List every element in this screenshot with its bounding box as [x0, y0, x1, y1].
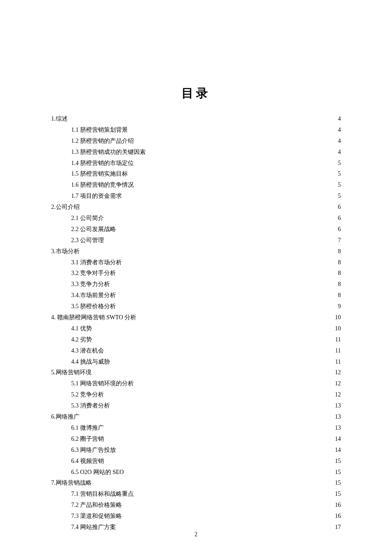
toc-entry[interactable]: 6.2 圈子营销 14 — [51, 434, 341, 445]
toc-entry-page: 16 — [333, 511, 341, 522]
toc-entry[interactable]: 7.3 渠道和促销策略 16 — [51, 511, 341, 522]
toc-entry-label: 6.2 圈子营销 — [71, 434, 104, 445]
toc-entry[interactable]: 5.1 网络营销环境的分析 12 — [51, 378, 341, 389]
toc-entry-page: 12 — [333, 367, 341, 378]
toc-entry-page: 8 — [333, 268, 341, 279]
toc-entry[interactable]: 1.5 脐橙营销实施目标5 — [51, 168, 341, 179]
toc-entry-label: 1.6 脐橙营销的竞争情况 — [71, 179, 134, 191]
toc-entry-page: 8 — [333, 257, 341, 268]
toc-entry-page: 11 — [333, 334, 341, 345]
toc-entry-page: 4 — [333, 113, 341, 124]
toc-entry[interactable]: 4.4 挑战与威胁 11 — [51, 356, 341, 367]
toc-entry[interactable]: 5.网络营销环境12 — [51, 367, 341, 378]
toc-entry-label: 7.网络营销战略 — [51, 477, 92, 489]
toc-entry[interactable]: 7.网络营销战略15 — [51, 477, 341, 489]
toc-entry-page: 15 — [333, 489, 341, 500]
toc-entry[interactable]: 2.3 公司管理7 — [51, 235, 341, 246]
toc-entry[interactable]: 1.1 脐橙营销策划背景4 — [51, 124, 341, 136]
toc-entry-page: 11 — [333, 345, 341, 356]
toc-entry-page: 7 — [333, 235, 341, 246]
toc-entry-label: 4.4 挑战与威胁 — [71, 356, 110, 367]
toc-entry-page: 5 — [333, 179, 341, 191]
toc-entry[interactable]: 3.3 竞争力分析8 — [51, 279, 341, 290]
page-number: 2 — [0, 531, 392, 538]
toc-entry-label: 6.网络推广 — [51, 411, 80, 422]
toc-entry[interactable]: 1.3 脐橙营销成功的关键因素4 — [51, 147, 341, 158]
toc-entry-page: 15 — [333, 477, 341, 489]
toc-entry-label: 1.1 脐橙营销策划背景 — [71, 124, 128, 136]
toc-entry-label: 7.2 产品和价格策略 — [71, 500, 122, 511]
toc-entry-label: 1.综述 — [51, 113, 68, 124]
toc-entry[interactable]: 1.综述4 — [51, 113, 341, 124]
toc-entry-page: 6 — [333, 213, 341, 224]
toc-entry[interactable]: 5.3 消费者分析 13 — [51, 400, 341, 411]
toc-entry-page: 4 — [333, 136, 341, 147]
toc-entry-label: 5.1 网络营销环境的分析 — [71, 378, 134, 389]
toc-entry[interactable]: 3.市场分析8 — [51, 246, 341, 257]
toc-entry[interactable]: 4.3 潜在机会 11 — [51, 345, 341, 356]
toc-entry-label: 2.3 公司管理 — [71, 235, 104, 246]
toc-entry-label: 4.1 优势 — [71, 323, 92, 334]
toc-entry-label: 3.4.市场前景分析 — [71, 290, 116, 301]
table-of-contents: 1.综述41.1 脐橙营销策划背景41.2 脐橙营销的产品介绍41.3 脐橙营销… — [51, 113, 341, 533]
toc-entry-page: 12 — [333, 389, 341, 400]
toc-entry-label: 4.2 劣势 — [71, 334, 92, 345]
toc-entry[interactable]: 3.4.市场前景分析8 — [51, 290, 341, 301]
toc-entry-label: 5.2 竞争分析 — [71, 389, 104, 400]
toc-entry-label: 7.3 渠道和促销策略 — [71, 511, 122, 522]
toc-entry-page: 5 — [333, 158, 341, 169]
toc-entry-label: 1.2 脐橙营销的产品介绍 — [71, 136, 134, 147]
toc-entry-label: 5.3 消费者分析 — [71, 400, 110, 411]
toc-entry-label: 6.1 微博推广 — [71, 422, 104, 434]
toc-entry[interactable]: 3.5 脐橙价格分析9 — [51, 301, 341, 312]
toc-entry[interactable]: 6.1 微博推广 13 — [51, 422, 341, 434]
toc-entry-page: 16 — [333, 500, 341, 511]
toc-entry-page: 14 — [333, 445, 341, 456]
toc-entry-page: 8 — [333, 290, 341, 301]
toc-entry-label: 1.4 脐橙营销的市场定位 — [71, 158, 134, 169]
toc-entry[interactable]: 6.网络推广13 — [51, 411, 341, 422]
toc-entry-label: 2.2 公司发展战略 — [71, 224, 116, 235]
toc-entry[interactable]: 1.6 脐橙营销的竞争情况5 — [51, 179, 341, 191]
toc-entry-page: 6 — [333, 202, 341, 213]
toc-entry-page: 13 — [333, 411, 341, 422]
toc-entry-label: 3.2 竞争对手分析 — [71, 268, 116, 279]
toc-entry[interactable]: 4. 赣南脐橙网络营销 SWTO 分析 10 — [51, 312, 341, 323]
toc-entry[interactable]: 1.7 项目的资金需求5 — [51, 191, 341, 202]
toc-entry[interactable]: 7.1 营销目标和战略重点 15 — [51, 489, 341, 500]
toc-entry-label: 7.1 营销目标和战略重点 — [71, 489, 134, 500]
toc-entry-label: 2.1 公司简介 — [71, 213, 104, 224]
toc-entry[interactable]: 3.1 消费者市场分析 8 — [51, 257, 341, 268]
toc-entry-page: 15 — [333, 456, 341, 467]
toc-entry[interactable]: 7.2 产品和价格策略 16 — [51, 500, 341, 511]
toc-entry[interactable]: 3.2 竞争对手分析 8 — [51, 268, 341, 279]
toc-entry[interactable]: 1.2 脐橙营销的产品介绍4 — [51, 136, 341, 147]
toc-entry[interactable]: 6.3 网络广告投放 14 — [51, 445, 341, 456]
toc-entry-page: 5 — [333, 168, 341, 179]
toc-entry[interactable]: 1.4 脐橙营销的市场定位5 — [51, 158, 341, 169]
toc-entry-label: 3.市场分析 — [51, 246, 80, 257]
toc-entry-label: 3.5 脐橙价格分析 — [71, 301, 116, 312]
toc-entry-label: 6.3 网络广告投放 — [71, 445, 116, 456]
toc-entry-page: 4 — [333, 124, 341, 136]
toc-entry-label: 1.5 脐橙营销实施目标 — [71, 168, 128, 179]
toc-entry[interactable]: 6.4 视频营销 15 — [51, 456, 341, 467]
toc-entry-label: 2.公司介绍 — [51, 202, 80, 213]
toc-entry-page: 9 — [333, 301, 341, 312]
toc-entry[interactable]: 2.1 公司简介6 — [51, 213, 341, 224]
toc-entry[interactable]: 5.2 竞争分析 12 — [51, 389, 341, 400]
document-page: 目录 1.综述41.1 脐橙营销策划背景41.2 脐橙营销的产品介绍41.3 脐… — [0, 0, 392, 555]
toc-entry[interactable]: 6.5 O2O 网站的 SEO 15 — [51, 467, 341, 478]
toc-entry[interactable]: 2.2 公司发展战略6 — [51, 224, 341, 235]
toc-entry[interactable]: 4.2 劣势 11 — [51, 334, 341, 345]
toc-entry-page: 15 — [333, 467, 341, 478]
toc-entry-page: 12 — [333, 378, 341, 389]
toc-entry-page: 14 — [333, 434, 341, 445]
toc-entry-page: 4 — [333, 147, 341, 158]
toc-entry[interactable]: 4.1 优势 10 — [51, 323, 341, 334]
toc-entry[interactable]: 2.公司介绍6 — [51, 202, 341, 213]
toc-entry-page: 11 — [333, 356, 341, 367]
toc-entry-page: 6 — [333, 224, 341, 235]
toc-entry-page: 8 — [333, 279, 341, 290]
page-title: 目录 — [51, 85, 341, 101]
